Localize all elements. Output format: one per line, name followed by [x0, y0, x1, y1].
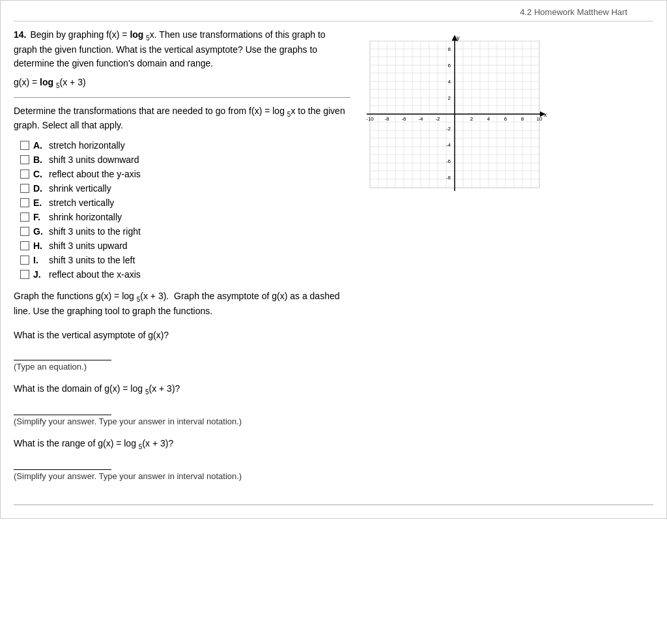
- text-E: stretch vertically: [49, 198, 114, 208]
- text-G: shift 3 units to the right: [49, 226, 141, 237]
- left-panel: 14. Begin by graphing f(x) = log 5x. The…: [14, 28, 363, 491]
- option-C: C. reflect about the y-axis: [20, 169, 350, 179]
- page: 4.2 Homework Matthew Hart 14. Begin by g…: [0, 0, 667, 519]
- x-label--4: -4: [419, 116, 424, 122]
- vertical-asymptote-hint: (Type an equation.): [14, 362, 350, 372]
- y-label--4: -4: [446, 142, 451, 148]
- checkbox-J[interactable]: [20, 270, 29, 279]
- label-F: F.: [33, 212, 45, 222]
- checkbox-A[interactable]: [20, 141, 29, 150]
- coordinate-grid[interactable]: -10 -8 -6 -4 -2 2 4 6 8 10 8: [363, 35, 552, 198]
- y-axis-label: y: [457, 35, 460, 41]
- option-B: B. shift 3 units downward: [20, 154, 350, 165]
- x-label--10: -10: [367, 116, 375, 122]
- bottom-separator: [14, 505, 653, 505]
- option-A: A. stretch horizontally: [20, 140, 350, 151]
- checkbox-D[interactable]: [20, 184, 29, 193]
- text-B: shift 3 units downward: [49, 154, 139, 165]
- text-J: reflect about the x-axis: [49, 269, 141, 280]
- domain-section: What is the domain of g(x) = log 5(x + 3…: [14, 382, 350, 426]
- y-label--6: -6: [446, 158, 451, 164]
- text-D: shrink vertically: [49, 183, 111, 194]
- y-label-6: 6: [448, 63, 451, 68]
- question-intro: Begin by graphing f(x) = log 5x. Then us…: [14, 29, 326, 68]
- y-label-2: 2: [448, 95, 451, 101]
- x-label-2: 2: [470, 116, 474, 122]
- vertical-asymptote-section: What is the vertical asymptote of g(x)? …: [14, 329, 350, 372]
- x-label-10: 10: [537, 116, 543, 122]
- checkbox-C[interactable]: [20, 169, 29, 179]
- checkbox-H[interactable]: [20, 241, 29, 250]
- vertical-asymptote-question: What is the vertical asymptote of g(x)?: [14, 329, 350, 342]
- checkbox-I[interactable]: [20, 256, 29, 265]
- option-F: F. shrink horizontally: [20, 212, 350, 222]
- x-label--2: -2: [436, 116, 441, 122]
- x-axis-label: x: [544, 111, 547, 118]
- checkbox-E[interactable]: [20, 198, 29, 207]
- domain-input[interactable]: [14, 401, 111, 415]
- range-question: What is the range of g(x) = log 5(x + 3)…: [14, 437, 350, 452]
- label-A: A.: [33, 140, 45, 151]
- checkbox-list: A. stretch horizontally B. shift 3 units…: [20, 140, 350, 280]
- question-text: 14. Begin by graphing f(x) = log 5x. The…: [14, 28, 350, 70]
- option-D: D. shrink vertically: [20, 183, 350, 194]
- domain-hint: (Simplify your answer. Type your answer …: [14, 417, 350, 426]
- x-label-8: 8: [521, 116, 524, 122]
- option-H: H. shift 3 units upward: [20, 241, 350, 251]
- option-J: J. reflect about the x-axis: [20, 269, 350, 280]
- label-C: C.: [33, 169, 45, 179]
- text-A: stretch horizontally: [49, 140, 125, 151]
- header-text: 4.2 Homework Matthew Hart: [520, 7, 627, 17]
- range-section: What is the range of g(x) = log 5(x + 3)…: [14, 437, 350, 481]
- vertical-asymptote-input[interactable]: [14, 346, 111, 360]
- y-label--8: -8: [446, 175, 451, 181]
- label-B: B.: [33, 154, 45, 165]
- label-G: G.: [33, 226, 45, 237]
- x-label--6: -6: [402, 116, 407, 122]
- option-I: I. shift 3 units to the left: [20, 255, 350, 265]
- function-display: g(x) = log 5(x + 3): [14, 77, 350, 89]
- question-number: 14.: [14, 28, 26, 42]
- text-C: reflect about the y-axis: [49, 169, 141, 179]
- question-container: 14. Begin by graphing f(x) = log 5x. The…: [14, 21, 653, 491]
- label-E: E.: [33, 198, 45, 208]
- subtext: Determine the transformations that are n…: [14, 104, 350, 133]
- graph-instructions: Graph the functions g(x) = log 5(x + 3).…: [14, 289, 350, 318]
- x-label-6: 6: [504, 116, 507, 122]
- option-G: G. shift 3 units to the right: [20, 226, 350, 237]
- y-label-8: 8: [448, 46, 451, 52]
- right-panel: -10 -8 -6 -4 -2 2 4 6 8 10 8: [363, 28, 653, 491]
- text-F: shrink horizontally: [49, 212, 122, 222]
- range-input[interactable]: [14, 456, 111, 470]
- label-I: I.: [33, 255, 45, 265]
- grid-container[interactable]: -10 -8 -6 -4 -2 2 4 6 8 10 8: [363, 35, 552, 198]
- y-label--2: -2: [446, 126, 451, 132]
- label-J: J.: [33, 269, 45, 280]
- range-hint: (Simplify your answer. Type your answer …: [14, 471, 350, 481]
- domain-question: What is the domain of g(x) = log 5(x + 3…: [14, 382, 350, 397]
- x-label-4: 4: [487, 116, 490, 122]
- option-E: E. stretch vertically: [20, 198, 350, 208]
- page-header: 4.2 Homework Matthew Hart: [14, 7, 653, 17]
- label-D: D.: [33, 183, 45, 194]
- text-I: shift 3 units to the left: [49, 255, 135, 265]
- checkbox-G[interactable]: [20, 227, 29, 236]
- checkbox-B[interactable]: [20, 155, 29, 164]
- x-label--8: -8: [385, 116, 390, 122]
- text-H: shift 3 units upward: [49, 241, 128, 251]
- label-H: H.: [33, 241, 45, 251]
- y-label-4: 4: [448, 79, 451, 85]
- checkbox-F[interactable]: [20, 212, 29, 222]
- separator: [14, 97, 350, 98]
